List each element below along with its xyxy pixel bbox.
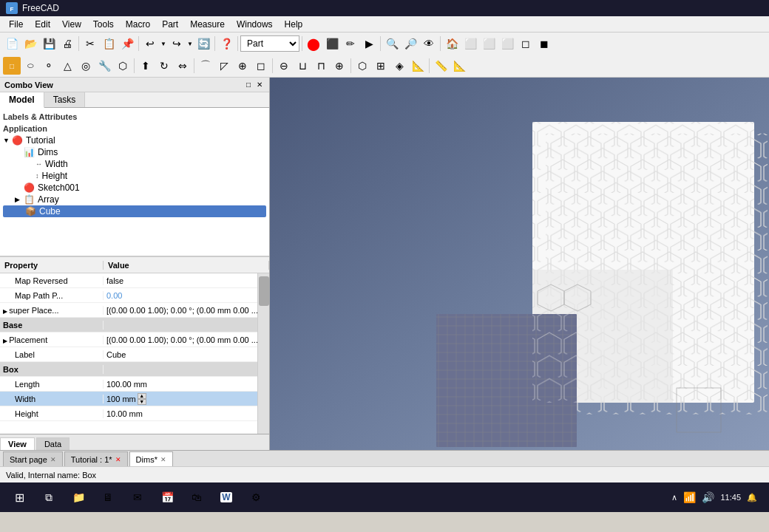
- prop-row-super-place[interactable]: ▶ super Place... [(0.00 0.00 1.00); 0.00…: [0, 303, 257, 318]
- mirror-button[interactable]: ⇔: [174, 57, 192, 75]
- prop-row-label[interactable]: Label Cube: [0, 347, 257, 362]
- open-button[interactable]: 📂: [21, 35, 39, 52]
- shape-button[interactable]: ⬡: [114, 57, 132, 75]
- mail-button[interactable]: ✉: [124, 484, 151, 511]
- fillet-button[interactable]: ⌒: [197, 57, 214, 75]
- word-button[interactable]: W: [213, 484, 240, 511]
- iso-view-button[interactable]: ◻: [517, 35, 535, 52]
- prop-row-height[interactable]: Height 10.00 mm: [0, 406, 257, 421]
- menu-view[interactable]: View: [56, 18, 87, 31]
- measure3-button[interactable]: 📐: [450, 57, 468, 75]
- zoom-fit-button[interactable]: 🔎: [402, 35, 419, 52]
- file-explorer-button[interactable]: 📁: [65, 484, 92, 511]
- menu-measure[interactable]: Measure: [184, 18, 231, 31]
- cone-button[interactable]: △: [58, 57, 76, 75]
- torus-button[interactable]: ◎: [77, 57, 95, 75]
- width-spinner[interactable]: ▲ ▼: [138, 393, 146, 405]
- print-button[interactable]: 🖨: [58, 35, 76, 52]
- intersect-button[interactable]: ⊓: [312, 57, 330, 75]
- prop-row-width[interactable]: Width 100 mm ▲ ▼: [0, 392, 257, 406]
- pen-button[interactable]: ✏: [342, 35, 359, 52]
- revolve-button[interactable]: ↻: [155, 57, 173, 75]
- viewport[interactable]: [270, 78, 769, 450]
- workbench-dropdown[interactable]: Part Draft Sketcher: [240, 35, 299, 52]
- compound-button[interactable]: ⬡: [353, 57, 371, 75]
- sphere-button[interactable]: ⚬: [40, 57, 58, 75]
- refresh-button[interactable]: 🔄: [194, 35, 212, 52]
- offset-button[interactable]: ⊕: [234, 57, 251, 75]
- tree-item-height[interactable]: ↕ Height: [3, 170, 266, 182]
- freecad-taskbar-button[interactable]: ⚙: [243, 484, 269, 511]
- menu-part[interactable]: Part: [156, 18, 184, 31]
- home-view-button[interactable]: 🏠: [443, 35, 461, 52]
- face-button[interactable]: ◈: [390, 57, 408, 75]
- sketch-button[interactable]: 📐: [409, 57, 427, 75]
- width-spin-down[interactable]: ▼: [138, 399, 146, 405]
- menu-file[interactable]: File: [3, 18, 29, 31]
- tab-tutorial-close[interactable]: ✕: [115, 456, 121, 463]
- prop-tab-data[interactable]: Data: [36, 437, 70, 450]
- tab-start-page-close[interactable]: ✕: [50, 456, 56, 463]
- cylinder-button[interactable]: ⬭: [21, 57, 39, 75]
- undo-button[interactable]: ↩: [141, 35, 159, 52]
- edge-button[interactable]: 🖥: [95, 484, 121, 511]
- view-menu-button[interactable]: 👁: [420, 35, 438, 52]
- width-spin-up[interactable]: ▲: [138, 393, 146, 399]
- chamfer-button[interactable]: ◸: [215, 57, 233, 75]
- thickness-button[interactable]: ◻: [252, 57, 270, 75]
- tab-model[interactable]: Model: [0, 92, 44, 108]
- tab-start-page[interactable]: Start page ✕: [3, 451, 63, 466]
- store-button[interactable]: 🛍: [183, 484, 210, 511]
- menu-help[interactable]: Help: [279, 18, 309, 31]
- split-button[interactable]: ⊞: [372, 57, 390, 75]
- maximize-button[interactable]: □: [244, 81, 253, 89]
- stop-button[interactable]: ⬤: [305, 35, 322, 52]
- prop-tab-view[interactable]: View: [0, 437, 35, 450]
- tree-item-sketch001[interactable]: 🔴 Sketch001: [3, 182, 266, 194]
- tree-item-tutorial[interactable]: ▼ 🔴 Tutorial: [3, 134, 266, 146]
- tab-dims-close[interactable]: ✕: [160, 456, 166, 463]
- tree-item-dims[interactable]: 📊 Dims: [3, 146, 266, 158]
- menu-macro[interactable]: Macro: [120, 18, 156, 31]
- box-button[interactable]: □: [3, 57, 21, 75]
- menu-windows[interactable]: Windows: [231, 18, 279, 31]
- start-button[interactable]: ⊞: [6, 484, 33, 511]
- xor-button[interactable]: ⊕: [331, 57, 348, 75]
- scrollbar-thumb[interactable]: [259, 276, 269, 306]
- play-button[interactable]: ▶: [360, 35, 378, 52]
- tube-button[interactable]: 🔧: [95, 57, 113, 75]
- undo-dropdown[interactable]: ▼: [160, 35, 167, 52]
- calendar-button[interactable]: 📅: [154, 484, 180, 511]
- tab-tasks[interactable]: Tasks: [44, 92, 86, 107]
- view3-button[interactable]: ◼: [535, 35, 553, 52]
- right-view-button[interactable]: ⬜: [498, 35, 516, 52]
- menu-edit[interactable]: Edit: [29, 18, 56, 31]
- tab-tutorial[interactable]: Tutorial : 1* ✕: [64, 451, 128, 466]
- prop-row-length[interactable]: Length 100.00 mm: [0, 377, 257, 392]
- copy-button[interactable]: 📋: [100, 35, 118, 52]
- redo-button[interactable]: ↪: [168, 35, 186, 52]
- top-view-button[interactable]: ⬜: [480, 35, 498, 52]
- notification-button[interactable]: 🔔: [747, 493, 757, 502]
- prop-row-map-reversed[interactable]: Map Reversed false: [0, 273, 257, 288]
- measure2-button[interactable]: 📏: [432, 57, 450, 75]
- new-button[interactable]: 📄: [3, 35, 21, 52]
- paste-button[interactable]: 📌: [118, 35, 136, 52]
- help-button[interactable]: ❓: [217, 35, 235, 52]
- task-view-button[interactable]: ⧉: [35, 484, 62, 511]
- prop-row-placement[interactable]: ▶ Placement [(0.00 0.00 1.00); 0.00 °; (…: [0, 332, 257, 347]
- union-button[interactable]: ⊔: [294, 57, 311, 75]
- extrude-button[interactable]: ⬆: [137, 57, 155, 75]
- menu-tools[interactable]: Tools: [87, 18, 120, 31]
- tree-item-array[interactable]: ▶ 📋 Array: [3, 194, 266, 205]
- tab-dims[interactable]: Dims* ✕: [129, 451, 173, 466]
- boolean-button[interactable]: ⊖: [275, 57, 293, 75]
- cut-button[interactable]: ✂: [81, 35, 99, 52]
- zoom-in-button[interactable]: 🔍: [383, 35, 401, 52]
- prop-row-map-path[interactable]: Map Path P... 0.00: [0, 288, 257, 303]
- close-combo-button[interactable]: ✕: [254, 81, 265, 89]
- stop2-button[interactable]: ⬛: [323, 35, 341, 52]
- tree-item-width[interactable]: ↔ Width: [3, 158, 266, 170]
- front-view-button[interactable]: ⬜: [461, 35, 479, 52]
- tree-item-cube[interactable]: 📦 Cube: [3, 205, 266, 217]
